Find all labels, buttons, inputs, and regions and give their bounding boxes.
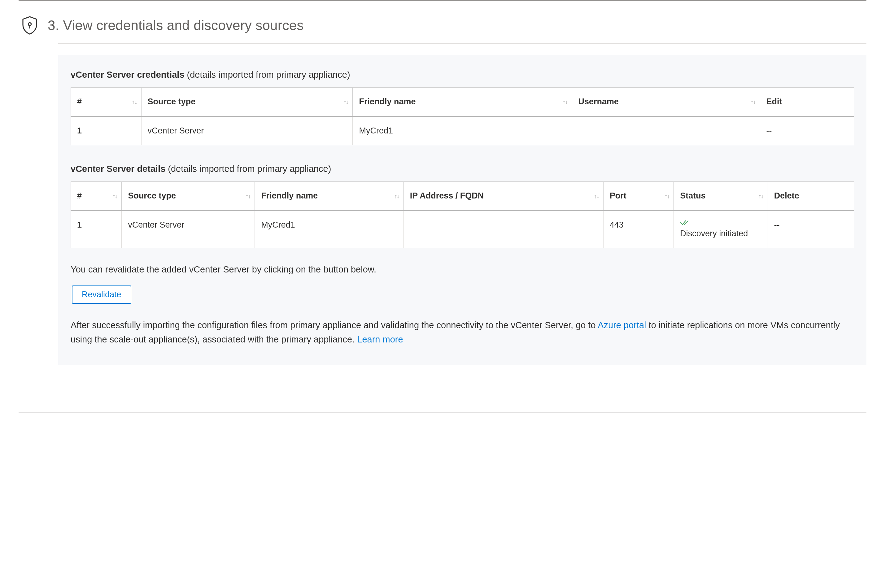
credentials-subheader: vCenter Server credentials (details impo…	[70, 70, 854, 80]
step-title: 3. View credentials and discovery source…	[48, 18, 304, 33]
step-header: 3. View credentials and discovery source…	[19, 16, 866, 44]
cell-source-type: vCenter Server	[141, 116, 353, 145]
sort-icon: ↑↓	[751, 98, 756, 106]
azure-portal-link[interactable]: Azure portal	[598, 320, 646, 330]
col-friendly-name[interactable]: Friendly name↑↓	[255, 182, 404, 210]
sort-icon: ↑↓	[562, 98, 568, 106]
table-row: 1 vCenter Server MyCred1 443	[71, 210, 854, 248]
col-edit: Edit	[760, 88, 854, 116]
sort-icon: ↑↓	[394, 192, 399, 200]
col-source-type[interactable]: Source type↑↓	[122, 182, 255, 210]
col-source-type[interactable]: Source type↑↓	[141, 88, 353, 116]
revalidate-help-text: You can revalidate the added vCenter Ser…	[70, 262, 854, 276]
footer-text-part1: After successfully importing the configu…	[70, 320, 598, 330]
cell-username	[572, 116, 760, 145]
svg-point-0	[28, 22, 31, 26]
sort-icon: ↑↓	[758, 192, 763, 200]
learn-more-link[interactable]: Learn more	[357, 334, 403, 344]
revalidate-button[interactable]: Revalidate	[72, 285, 131, 304]
col-delete: Delete	[768, 182, 854, 210]
status-text: Discovery initiated	[680, 228, 761, 239]
footer-text: After successfully importing the configu…	[70, 318, 854, 347]
top-divider	[19, 0, 866, 1]
cell-status: Discovery initiated	[674, 210, 768, 248]
table-row: 1 vCenter Server MyCred1 --	[71, 116, 854, 145]
sort-icon: ↑↓	[245, 192, 250, 200]
sort-icon: ↑↓	[112, 192, 117, 200]
cell-delete: --	[768, 210, 854, 248]
cell-ip	[404, 210, 603, 248]
sort-icon: ↑↓	[664, 192, 669, 200]
cell-source-type: vCenter Server	[122, 210, 255, 248]
cell-num: 1	[71, 210, 122, 248]
bottom-divider	[19, 412, 866, 412]
sort-icon: ↑↓	[343, 98, 348, 106]
sort-icon: ↑↓	[594, 192, 599, 200]
success-check-icon	[680, 219, 688, 226]
col-username[interactable]: Username↑↓	[572, 88, 760, 116]
col-status[interactable]: Status↑↓	[674, 182, 768, 210]
col-num[interactable]: #↑↓	[71, 182, 122, 210]
cell-port: 443	[603, 210, 674, 248]
cell-friendly-name: MyCred1	[353, 116, 572, 145]
shield-icon	[22, 16, 38, 34]
col-num[interactable]: #↑↓	[71, 88, 141, 116]
col-ip[interactable]: IP Address / FQDN↑↓	[404, 182, 603, 210]
cell-edit: --	[760, 116, 854, 145]
content-panel: vCenter Server credentials (details impo…	[58, 55, 866, 365]
cell-friendly-name: MyCred1	[255, 210, 404, 248]
details-table: #↑↓ Source type↑↓ Friendly name↑↓ IP Add…	[70, 182, 854, 248]
col-port[interactable]: Port↑↓	[603, 182, 674, 210]
details-subheader: vCenter Server details (details imported…	[70, 164, 854, 174]
cell-num: 1	[71, 116, 141, 145]
credentials-table: #↑↓ Source type↑↓ Friendly name↑↓ Userna…	[70, 87, 854, 145]
sort-icon: ↑↓	[132, 98, 137, 106]
col-friendly-name[interactable]: Friendly name↑↓	[353, 88, 572, 116]
